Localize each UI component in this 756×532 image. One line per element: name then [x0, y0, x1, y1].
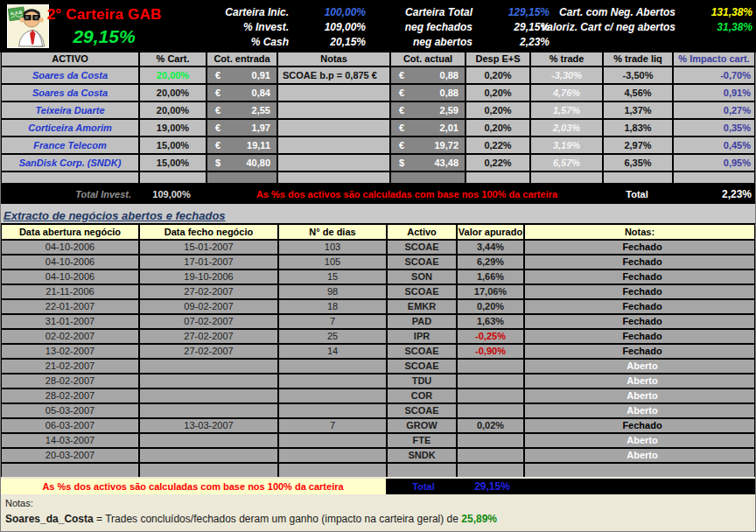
- col-header-cot-actual[interactable]: Cot. actual: [391, 52, 465, 66]
- cell-open-date[interactable]: [2, 464, 138, 477]
- total-invest-label[interactable]: Total Invest.: [0, 189, 131, 200]
- cell-cot-entrada[interactable]: € 19,11: [207, 137, 276, 153]
- cell-desp[interactable]: 0,20%: [466, 120, 529, 136]
- cell-status[interactable]: Fechado: [525, 270, 754, 284]
- col-header-notas[interactable]: Notas: [278, 52, 389, 66]
- cell-ticker[interactable]: SON: [388, 270, 456, 284]
- cell-activo[interactable]: Soares da Costa: [2, 85, 138, 101]
- cell-ticker[interactable]: PAD: [388, 315, 456, 328]
- cell-nota[interactable]: [278, 85, 389, 101]
- cell-close-date[interactable]: 13-03-2007: [140, 419, 277, 432]
- cell-open-date[interactable]: 20-03-2007: [2, 449, 138, 462]
- cell-status[interactable]: Aberto: [525, 404, 754, 417]
- cell-nota[interactable]: [278, 137, 389, 153]
- cell-days[interactable]: 98: [279, 285, 386, 298]
- cell-cot-actual[interactable]: € 19,72: [391, 137, 465, 153]
- cell-valor-apurado[interactable]: [458, 374, 523, 388]
- stat-label[interactable]: % Invest.: [198, 21, 289, 33]
- portfolio-title[interactable]: 2° Carteira GAB: [35, 6, 173, 24]
- cell-cot-entrada[interactable]: € 0,91: [207, 67, 276, 83]
- cell-open-date[interactable]: 05-03-2007: [2, 404, 138, 417]
- cell-status[interactable]: Fechado: [525, 241, 754, 254]
- col-header-data-abertura[interactable]: Data abertura negócio: [2, 225, 138, 239]
- empty-cell[interactable]: [2, 172, 138, 183]
- empty-cell[interactable]: [531, 172, 602, 183]
- cell-ticker[interactable]: SNDK: [388, 449, 456, 462]
- cell-days[interactable]: [279, 434, 386, 447]
- col-header-data-fecho[interactable]: Data fecho negócio: [140, 225, 277, 239]
- total-invest-value[interactable]: 109,00%: [131, 189, 212, 200]
- cell-status[interactable]: Fechado: [525, 300, 754, 313]
- cell-activo[interactable]: France Telecom: [2, 137, 138, 153]
- cell-open-date[interactable]: 13-02-2007: [2, 345, 138, 358]
- cell-status[interactable]: Fechado: [525, 330, 754, 343]
- stat-value[interactable]: 31,38%: [676, 21, 752, 33]
- stat-value[interactable]: 131,38%: [676, 6, 752, 18]
- cell-close-date[interactable]: 15-01-2007: [140, 241, 277, 254]
- col-header-pct-trade-liq[interactable]: % trade liq: [604, 52, 672, 66]
- cell-open-date[interactable]: 02-02-2007: [2, 330, 138, 343]
- cell-close-date[interactable]: 17-01-2007: [140, 256, 277, 269]
- cell-cot-entrada[interactable]: € 0,84: [207, 85, 276, 101]
- cell-days[interactable]: 18: [279, 300, 386, 313]
- cell-valor-apurado[interactable]: 1,63%: [458, 315, 523, 328]
- cell-status[interactable]: [525, 464, 754, 477]
- cell-valor-apurado[interactable]: [458, 404, 523, 417]
- cell-open-date[interactable]: 04-10-2006: [2, 270, 138, 284]
- cell-impacto[interactable]: 0,45%: [674, 137, 754, 153]
- cell-open-date[interactable]: 31-01-2007: [2, 315, 138, 328]
- impact-total-value[interactable]: 2,23%: [672, 188, 756, 200]
- cell-close-date[interactable]: 27-02-2007: [140, 330, 277, 343]
- cell-ticker[interactable]: SCOAE: [388, 256, 456, 269]
- cell-pct-trade-liq[interactable]: -3,50%: [604, 67, 672, 83]
- cell-valor-apurado[interactable]: 0,02%: [458, 419, 523, 432]
- cell-valor-apurado[interactable]: 6,29%: [458, 256, 523, 269]
- cell-valor-apurado[interactable]: [458, 360, 523, 373]
- cell-impacto[interactable]: 0,95%: [674, 155, 754, 171]
- cell-pct-cart[interactable]: 15,00%: [140, 155, 206, 171]
- cell-days[interactable]: [279, 374, 386, 388]
- notes-label[interactable]: Notas:: [5, 498, 751, 508]
- cell-close-date[interactable]: [140, 434, 277, 447]
- cell-pct-trade[interactable]: 4,76%: [531, 85, 602, 101]
- stat-label[interactable]: Carteira Inic.: [198, 6, 289, 18]
- cell-pct-cart[interactable]: 19,00%: [140, 120, 206, 136]
- cell-valor-apurado[interactable]: -0,25%: [458, 330, 523, 343]
- cell-desp[interactable]: 0,20%: [466, 102, 529, 118]
- cell-ticker[interactable]: [388, 464, 456, 477]
- cell-status[interactable]: Aberto: [525, 449, 754, 462]
- cell-days[interactable]: [279, 464, 386, 477]
- cell-nota[interactable]: [278, 120, 389, 136]
- stat-label[interactable]: % Cash: [198, 36, 289, 48]
- stat-label[interactable]: neg abertos: [382, 36, 472, 48]
- cell-ticker[interactable]: SCOAE: [388, 285, 456, 298]
- cell-days[interactable]: 103: [279, 241, 386, 254]
- cell-nota[interactable]: SCOAE b.p = 0,875 €: [278, 67, 389, 83]
- cell-impacto[interactable]: -0,70%: [674, 67, 754, 83]
- cell-desp[interactable]: 0,22%: [466, 137, 529, 153]
- cell-status[interactable]: Aberto: [525, 360, 754, 373]
- cell-close-date[interactable]: 19-10-2006: [140, 270, 277, 284]
- cell-desp[interactable]: 0,22%: [466, 155, 529, 171]
- cell-pct-trade-liq[interactable]: 4,56%: [604, 85, 672, 101]
- cell-close-date[interactable]: 27-02-2007: [140, 345, 277, 358]
- cell-close-date[interactable]: [140, 360, 277, 373]
- stat-value[interactable]: 20,15%: [289, 36, 366, 48]
- trades-section-title[interactable]: Extracto de negócios abertos e fechados: [4, 209, 226, 222]
- cell-close-date[interactable]: 09-02-2007: [140, 300, 277, 313]
- cell-open-date[interactable]: 28-02-2007: [2, 389, 138, 402]
- cell-days[interactable]: [279, 360, 386, 373]
- cell-pct-trade-liq[interactable]: 1,83%: [604, 120, 672, 136]
- cell-cot-actual[interactable]: € 0,88: [391, 67, 465, 83]
- cell-open-date[interactable]: 06-03-2007: [2, 419, 138, 432]
- col-header-notas[interactable]: Notas:: [525, 225, 754, 239]
- cell-impacto[interactable]: 0,27%: [674, 102, 754, 118]
- trades-total-value[interactable]: 29,15%: [459, 480, 525, 493]
- cell-desp[interactable]: 0,20%: [466, 67, 529, 83]
- col-header-pct-cart[interactable]: % Cart.: [140, 52, 206, 66]
- cell-open-date[interactable]: 21-11-2006: [2, 285, 138, 298]
- cell-ticker[interactable]: FTE: [388, 434, 456, 447]
- cell-open-date[interactable]: 22-01-2007: [2, 300, 138, 313]
- cell-days[interactable]: [279, 389, 386, 402]
- cell-status[interactable]: Fechado: [525, 345, 754, 358]
